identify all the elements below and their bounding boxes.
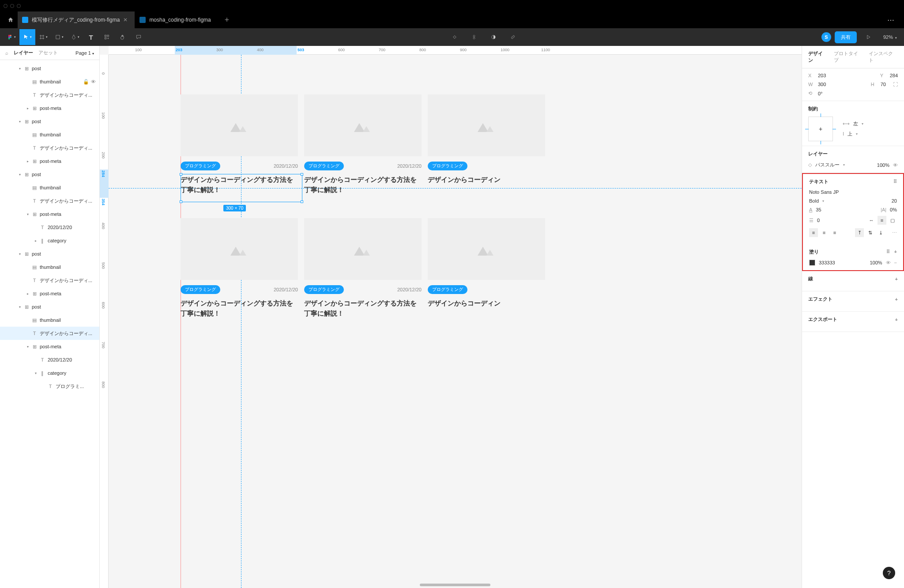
scrollbar-horizontal[interactable]	[420, 584, 490, 586]
shape-tool-button[interactable]: ▾	[51, 29, 67, 45]
fill-opacity-input[interactable]: 100%	[870, 260, 882, 265]
valign-top-button[interactable]: ⤒	[855, 228, 864, 237]
layer-row[interactable]: ▾ ⊞ post-meta	[0, 340, 99, 353]
home-button[interactable]	[4, 13, 18, 27]
ruler-vertical[interactable]: 0100200284354400500600700800	[100, 55, 109, 588]
unlock-icon[interactable]: 🔓	[83, 79, 89, 85]
visibility-icon[interactable]: 👁	[91, 79, 96, 85]
y-input[interactable]: 284	[890, 73, 898, 78]
constraint-v-dropdown[interactable]: 上	[848, 131, 852, 137]
layer-row[interactable]: ▤ thumbnail	[0, 260, 99, 274]
visibility-icon[interactable]: 👁	[893, 162, 898, 168]
layer-row[interactable]: T プログラミ...	[0, 380, 99, 393]
design-tab[interactable]: デザイン	[808, 50, 828, 64]
layer-row[interactable]: ▤ thumbnail	[0, 313, 99, 327]
avatar[interactable]: S	[821, 32, 831, 42]
layer-row[interactable]: ▾ ‖ category	[0, 366, 99, 380]
prototype-tab[interactable]: プロトタイプ	[834, 50, 863, 64]
ruler-horizontal[interactable]: 10020330040050360070080090010001100	[109, 46, 802, 55]
file-tab-active[interactable]: 模写修行メディア_coding-from-figma ✕	[18, 11, 135, 28]
lock-aspect-icon[interactable]: ⛶	[893, 82, 898, 87]
align-left-button[interactable]: ≡	[809, 228, 818, 237]
fill-styles-icon[interactable]: ⠿	[886, 249, 890, 255]
valign-bottom-button[interactable]: ⤓	[876, 228, 885, 237]
layer-row[interactable]: ▤ thumbnail 🔓👁	[0, 75, 99, 88]
text-more-button[interactable]: ⋯	[892, 230, 897, 236]
text-styles-icon[interactable]: ⠿	[893, 179, 897, 185]
x-input[interactable]: 203	[818, 73, 826, 78]
page-dropdown[interactable]: Page 1 ▾	[75, 50, 94, 56]
post-card[interactable]: プログラミング2020/12/20 デザインからコーディングする方法を丁寧に解説…	[304, 94, 422, 195]
layer-row[interactable]: T デザインからコーディ...	[0, 327, 99, 340]
rotation-input[interactable]: 0°	[818, 91, 823, 96]
layer-row[interactable]: ▸ ⊞ post-meta	[0, 155, 99, 168]
menu-button[interactable]: ⋯	[881, 16, 900, 24]
layer-row[interactable]: ▸ ‖ category	[0, 234, 99, 247]
link-button[interactable]	[505, 29, 521, 45]
layer-row[interactable]: T 2020/12/20	[0, 353, 99, 366]
add-stroke-button[interactable]: +	[895, 276, 898, 282]
figma-menu-button[interactable]: ▾	[4, 29, 19, 45]
selection-box[interactable]	[181, 174, 302, 202]
traffic-light-min[interactable]	[10, 4, 14, 8]
font-weight-dropdown[interactable]: Bold	[809, 198, 819, 204]
add-export-button[interactable]: +	[895, 317, 898, 322]
align-right-button[interactable]: ≡	[830, 228, 839, 237]
layer-row[interactable]: ▾ ⊞ post-meta	[0, 207, 99, 221]
blend-mode-dropdown[interactable]: パススルー	[815, 162, 840, 168]
layer-row[interactable]: ▤ thumbnail	[0, 128, 99, 141]
line-height-input[interactable]: 35	[816, 207, 821, 212]
constraint-picker[interactable]: +	[808, 117, 833, 141]
layer-row[interactable]: ▾ ⊞ post	[0, 115, 99, 128]
post-card[interactable]: プログラミング デザインからコーディン	[428, 94, 545, 185]
paragraph-input[interactable]: 0	[817, 218, 820, 223]
help-button[interactable]: ?	[883, 567, 895, 579]
layer-row[interactable]: ▸ ⊞ post-meta	[0, 102, 99, 115]
comment-tool-button[interactable]	[131, 29, 147, 45]
hand-tool-button[interactable]	[115, 29, 131, 45]
boolean-button[interactable]	[486, 29, 501, 45]
layers-tab[interactable]: レイヤー	[14, 49, 33, 56]
height-input[interactable]: 70	[881, 82, 886, 87]
fill-color-swatch[interactable]	[809, 260, 815, 266]
valign-middle-button[interactable]: ⇅	[866, 228, 874, 237]
layer-row[interactable]: ▸ ⊞ post-meta	[0, 287, 99, 300]
resources-button[interactable]	[99, 29, 115, 45]
layer-row[interactable]: ▾ ⊞ post	[0, 62, 99, 75]
present-button[interactable]	[860, 29, 876, 45]
assets-tab[interactable]: アセット	[38, 49, 58, 56]
post-card[interactable]: プログラミング2020/12/20 デザインからコーディングする方法を丁寧に解説…	[181, 218, 298, 318]
auto-width-button[interactable]: ↔	[867, 216, 876, 225]
traffic-light-max[interactable]	[17, 4, 21, 8]
zoom-dropdown[interactable]: 92% ▾	[880, 34, 900, 40]
text-tool-button[interactable]: T	[83, 29, 99, 45]
add-fill-button[interactable]: +	[894, 249, 897, 255]
layer-opacity-input[interactable]: 100%	[877, 162, 889, 168]
move-tool-button[interactable]: ▾	[19, 29, 35, 45]
add-effect-button[interactable]: +	[895, 297, 898, 302]
close-icon[interactable]: ✕	[123, 17, 128, 23]
layer-row[interactable]: T デザインからコーディ...	[0, 274, 99, 287]
add-tab-button[interactable]: +	[218, 15, 236, 25]
traffic-light-close[interactable]	[4, 4, 8, 8]
post-card[interactable]: プログラミング2020/12/20 デザインからコーディングする方法を丁寧に解説…	[304, 218, 422, 318]
layer-row[interactable]: T 2020/12/20	[0, 221, 99, 234]
constraint-h-dropdown[interactable]: 左	[853, 121, 858, 127]
search-icon[interactable]: ⌕	[5, 50, 8, 56]
letter-spacing-input[interactable]: 0%	[890, 207, 897, 212]
fill-hex-input[interactable]: 333333	[819, 260, 835, 265]
remove-fill-button[interactable]: −	[894, 260, 897, 265]
post-card[interactable]: プログラミング デザインからコーディン	[428, 218, 545, 309]
fixed-size-button[interactable]: ▢	[888, 216, 897, 225]
align-center-button[interactable]: ≡	[820, 228, 829, 237]
frame-tool-button[interactable]: ▾	[35, 29, 51, 45]
width-input[interactable]: 300	[818, 82, 826, 87]
layer-row[interactable]: ▤ thumbnail	[0, 181, 99, 194]
layer-row[interactable]: ▾ ⊞ post	[0, 168, 99, 181]
mask-button[interactable]	[466, 29, 482, 45]
layer-row[interactable]: ▾ ⊞ post	[0, 300, 99, 313]
fill-visibility-icon[interactable]: 👁	[886, 260, 891, 265]
canvas-area[interactable]: 10020330040050360070080090010001100 0100…	[100, 46, 802, 588]
layer-row[interactable]: T デザインからコーディ...	[0, 194, 99, 207]
component-button[interactable]	[447, 29, 463, 45]
